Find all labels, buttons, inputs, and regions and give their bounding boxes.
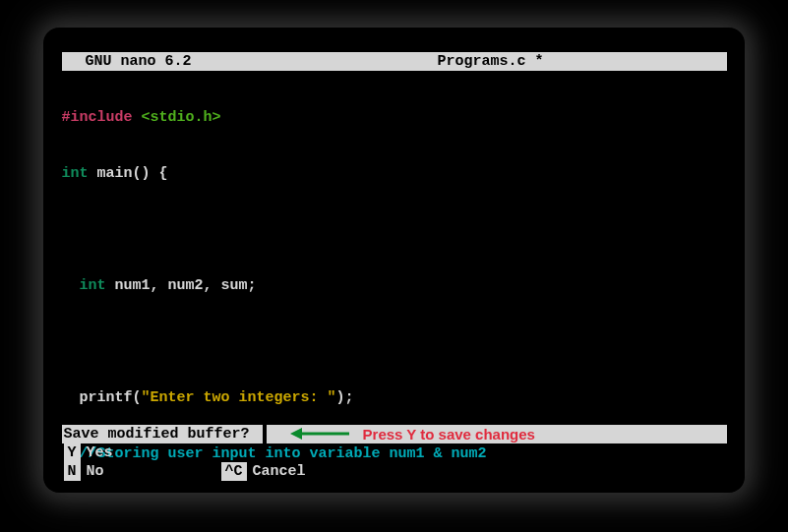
shortcut-bar: YYes NNo ^CCancel bbox=[62, 443, 727, 481]
shortcut-yes[interactable]: YYes bbox=[62, 443, 219, 462]
titlebar: GNU nano 6.2 Programs.c * bbox=[62, 52, 727, 71]
code-line: printf("Enter two integers: "); bbox=[62, 388, 727, 407]
key-y: Y bbox=[64, 443, 81, 462]
app-name: GNU nano 6.2 bbox=[68, 53, 192, 70]
key-ctrl-c: ^C bbox=[221, 462, 247, 481]
filename: Programs.c * bbox=[437, 53, 543, 70]
cursor bbox=[267, 425, 276, 443]
shortcut-no[interactable]: NNo bbox=[62, 462, 219, 481]
nano-editor-window: GNU nano 6.2 Programs.c * #include <stdi… bbox=[50, 40, 739, 493]
code-line: int main() { bbox=[62, 164, 727, 183]
svg-marker-1 bbox=[290, 428, 302, 440]
prompt-annotation-bar: Press Y to save changes bbox=[276, 425, 727, 443]
shortcut-cancel[interactable]: ^CCancel bbox=[219, 462, 416, 481]
code-line: int num1, num2, sum; bbox=[62, 276, 727, 295]
code-line bbox=[62, 332, 727, 351]
key-n: N bbox=[64, 462, 81, 481]
arrow-icon bbox=[290, 427, 349, 441]
code-line: #include <stdio.h> bbox=[62, 108, 727, 127]
prompt-area: Save modified buffer? Press Y to save ch… bbox=[62, 425, 727, 481]
prompt-question: Save modified buffer? bbox=[62, 425, 263, 443]
code-line bbox=[62, 220, 727, 239]
annotation-text: Press Y to save changes bbox=[363, 425, 535, 443]
save-prompt: Save modified buffer? Press Y to save ch… bbox=[62, 425, 727, 443]
